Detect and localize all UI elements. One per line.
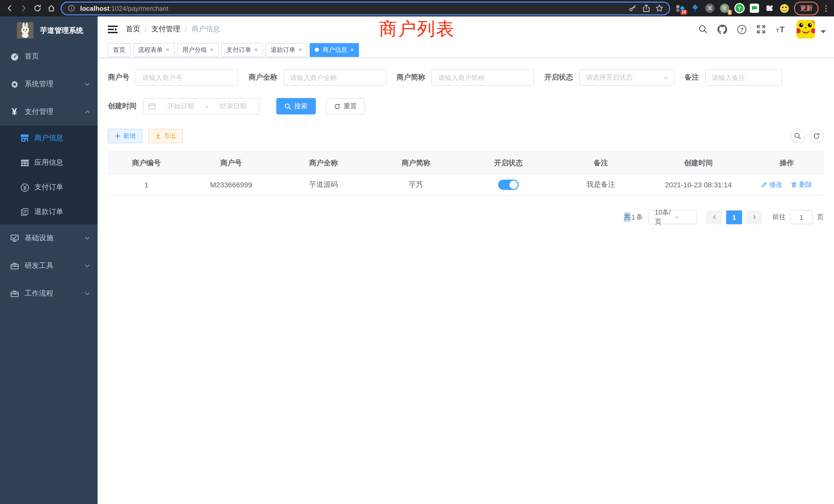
back-icon[interactable] bbox=[5, 4, 14, 13]
breadcrumb-pay[interactable]: 支付管理 bbox=[152, 25, 180, 34]
tab-home[interactable]: 首页 bbox=[108, 43, 130, 57]
emoji-extension-icon[interactable] bbox=[779, 3, 789, 13]
rabbit-logo-icon bbox=[17, 22, 34, 39]
extension-badge: 10 bbox=[680, 10, 687, 15]
browser-menu-icon[interactable] bbox=[823, 5, 829, 12]
sidebar-item-merchant-info[interactable]: 商户信息 bbox=[0, 126, 97, 151]
sidebar-item-pay-order[interactable]: 支付订单 bbox=[0, 175, 97, 200]
extension-tiles-icon[interactable]: 10 bbox=[675, 3, 685, 13]
tab-refund-order[interactable]: 退款订单× bbox=[265, 43, 307, 57]
github-icon[interactable] bbox=[718, 24, 727, 34]
search-icon[interactable] bbox=[698, 25, 708, 34]
add-button[interactable]: 新增 bbox=[108, 129, 142, 143]
avatar-caret-icon[interactable] bbox=[821, 30, 826, 33]
close-icon[interactable]: × bbox=[350, 46, 354, 53]
remark-input[interactable] bbox=[705, 69, 782, 86]
cell-remark: 我是备注 bbox=[555, 174, 647, 195]
status-select[interactable]: 请选择开启状态 bbox=[579, 69, 674, 86]
toolbox-icon bbox=[8, 262, 21, 270]
kite-extension-icon[interactable] bbox=[690, 3, 700, 13]
sidebar-item-home[interactable]: 首页 bbox=[0, 43, 97, 70]
yuque-letter: Y bbox=[736, 4, 744, 12]
breadcrumb-home[interactable]: 首页 bbox=[126, 25, 140, 34]
edit-link[interactable]: 修改 bbox=[761, 180, 783, 189]
proxy-extension-icon[interactable]: 1 bbox=[720, 3, 730, 13]
sidebar-collapse-icon[interactable] bbox=[108, 25, 117, 33]
close-icon[interactable]: × bbox=[210, 46, 214, 53]
next-page-button[interactable] bbox=[746, 210, 762, 224]
pay-submenu: 商户信息 应用信息 支付订单 退款订单 bbox=[0, 126, 97, 224]
sidebar-item-system[interactable]: 系统管理 bbox=[0, 70, 97, 98]
home-icon[interactable] bbox=[47, 4, 56, 13]
password-key-icon[interactable] bbox=[628, 4, 637, 13]
sidebar-item-label: 首页 bbox=[25, 52, 39, 61]
page-size-select[interactable]: 10条/页 bbox=[648, 210, 697, 224]
reset-button[interactable]: 重置 bbox=[326, 98, 365, 114]
close-icon[interactable]: × bbox=[299, 46, 302, 53]
full-name-input[interactable] bbox=[284, 69, 386, 86]
toggle-search-button[interactable] bbox=[790, 129, 805, 143]
tab-pay-order[interactable]: 支付订单× bbox=[221, 43, 263, 57]
bookmark-star-icon[interactable] bbox=[655, 4, 664, 13]
sidebar-item-devtools[interactable]: 研发工具 bbox=[0, 252, 97, 280]
chevron-down-icon bbox=[84, 291, 90, 297]
trash-icon bbox=[791, 182, 797, 188]
goto-page-input[interactable] bbox=[790, 210, 813, 224]
close-icon[interactable]: × bbox=[254, 46, 258, 53]
breadcrumb: 首页 / 支付管理 / 商户信息 bbox=[126, 25, 220, 34]
close-icon[interactable]: × bbox=[166, 46, 170, 53]
export-button[interactable]: 导出 bbox=[148, 129, 183, 143]
tab-merchant-info[interactable]: 商户信息× bbox=[310, 43, 359, 57]
filter-label: 备注 bbox=[684, 73, 699, 82]
yuque-extension-icon[interactable]: Y bbox=[734, 3, 745, 13]
chevron-right-icon bbox=[751, 214, 757, 220]
delete-link[interactable]: 删除 bbox=[791, 180, 812, 189]
address-bar[interactable]: localhost:1024/pay/merchant bbox=[61, 1, 670, 15]
app-window: 芋道管理系统 首页 系统管理 ¥ 支付管理 商户信息 bbox=[0, 17, 834, 504]
chat-extension-icon[interactable] bbox=[749, 3, 760, 13]
puzzle-extensions-icon[interactable] bbox=[764, 3, 774, 13]
monitor-icon bbox=[8, 234, 21, 242]
breadcrumb-separator: / bbox=[185, 25, 187, 33]
sidebar-item-infra[interactable]: 基础设施 bbox=[0, 224, 97, 252]
page-number-button[interactable]: 1 bbox=[726, 210, 742, 224]
chrome-update-button[interactable]: 更新 bbox=[794, 1, 818, 15]
refresh-table-button[interactable] bbox=[809, 129, 824, 143]
app-title: 芋道管理系统 bbox=[40, 22, 83, 39]
tab-user-group[interactable]: 用户分组× bbox=[177, 43, 219, 57]
sidebar-logo[interactable]: 芋道管理系统 bbox=[0, 17, 97, 43]
sidebar-item-workflow[interactable]: 工作流程 bbox=[0, 280, 97, 307]
tab-process-form[interactable]: 流程表单× bbox=[133, 43, 175, 57]
sidebar-item-label: 系统管理 bbox=[25, 79, 53, 89]
date-separator: - bbox=[206, 102, 208, 110]
help-icon[interactable]: ? bbox=[737, 24, 747, 34]
sidebar-item-app-info[interactable]: 应用信息 bbox=[0, 151, 97, 175]
sidebar-item-label: 基础设施 bbox=[25, 233, 53, 243]
status-toggle[interactable] bbox=[498, 180, 519, 190]
command-icon: ⌘ bbox=[705, 4, 714, 13]
sidebar-item-pay[interactable]: ¥ 支付管理 bbox=[0, 98, 97, 126]
sidebar-item-refund-order[interactable]: 退款订单 bbox=[0, 200, 97, 224]
merchant-no-input[interactable] bbox=[136, 69, 238, 86]
forward-icon[interactable] bbox=[19, 4, 28, 13]
avatar[interactable] bbox=[796, 20, 815, 39]
site-info-icon[interactable] bbox=[67, 4, 76, 13]
tags-view-bar: 首页 流程表单× 用户分组× 支付订单× 退款订单× 商户信息× bbox=[97, 42, 834, 58]
command-extension-icon[interactable]: ⌘ bbox=[705, 3, 715, 13]
svg-text:?: ? bbox=[740, 26, 743, 32]
short-name-input[interactable] bbox=[431, 69, 534, 86]
font-size-icon[interactable]: TT bbox=[775, 25, 787, 34]
url-text[interactable]: localhost:1024/pay/merchant bbox=[80, 4, 169, 12]
navbar: 首页 / 支付管理 / 商户信息 ? TT bbox=[97, 17, 834, 42]
search-button[interactable]: 搜索 bbox=[276, 98, 316, 114]
col-merchant-id: 商户编号 bbox=[108, 152, 185, 174]
cell-full-name: 芋道源码 bbox=[277, 174, 370, 195]
date-range-input[interactable]: 开始日期 - 结束日期 bbox=[143, 98, 260, 114]
reload-icon[interactable] bbox=[33, 4, 42, 13]
download-icon bbox=[155, 133, 161, 139]
share-icon[interactable] bbox=[641, 4, 651, 13]
fullscreen-icon[interactable] bbox=[756, 25, 766, 34]
prev-page-button[interactable] bbox=[706, 210, 722, 224]
start-date-placeholder: 开始日期 bbox=[160, 101, 202, 111]
sidebar-item-label: 工作流程 bbox=[25, 289, 53, 298]
